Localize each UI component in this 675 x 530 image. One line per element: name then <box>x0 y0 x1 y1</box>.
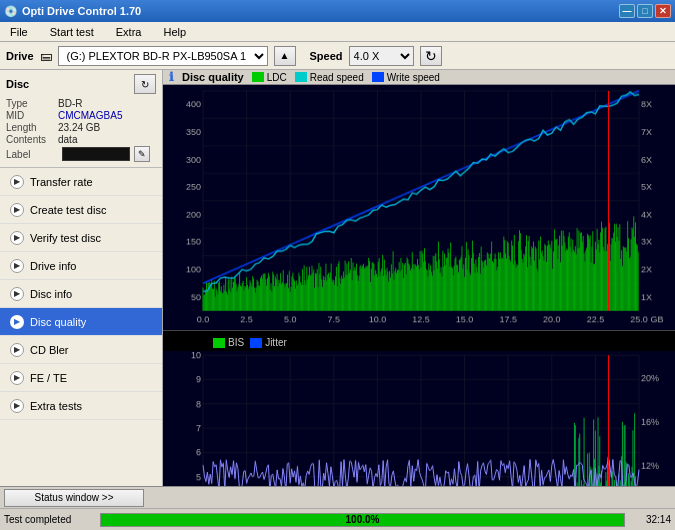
drive-icon: 🖴 <box>40 49 52 63</box>
sidebar-label-extra-tests: Extra tests <box>30 400 82 412</box>
disc-type-value: BD-R <box>58 98 82 109</box>
chart-area: ℹ Disc quality LDC Read speed Write spee… <box>163 70 675 486</box>
drive-eject-button[interactable]: ▲ <box>274 46 296 66</box>
titlebar-controls[interactable]: — □ ✕ <box>619 4 671 18</box>
disc-mid-row: MID CMCMAGBA5 <box>6 110 156 121</box>
sidebar: Disc ↻ Type BD-R MID CMCMAGBA5 Length 23… <box>0 70 163 486</box>
progress-text: 100.0% <box>101 514 624 526</box>
legend-write-speed: Write speed <box>372 72 440 83</box>
disc-contents-value: data <box>58 134 77 145</box>
sidebar-item-drive-info[interactable]: ▶ Drive info <box>0 252 162 280</box>
sidebar-label-create-test-disc: Create test disc <box>30 204 106 216</box>
sidebar-item-cd-bler[interactable]: ▶ CD Bler <box>0 336 162 364</box>
sidebar-item-verify-test-disc[interactable]: ▶ Verify test disc <box>0 224 162 252</box>
disc-type-label: Type <box>6 98 58 109</box>
disc-length-value: 23.24 GB <box>58 122 100 133</box>
chart-icon: ℹ <box>169 70 174 84</box>
legend-read-speed-color <box>295 72 307 82</box>
chart-header: ℹ Disc quality LDC Read speed Write spee… <box>163 70 675 85</box>
legend-read-speed-label: Read speed <box>310 72 364 83</box>
legend-jitter-label: Jitter <box>265 337 287 348</box>
sidebar-item-disc-quality[interactable]: ▶ Disc quality <box>0 308 162 336</box>
cd-bler-icon: ▶ <box>10 343 24 357</box>
disc-contents-label: Contents <box>6 134 58 145</box>
menu-start-test[interactable]: Start test <box>44 24 100 40</box>
disc-label-row: Label ✎ <box>6 146 156 162</box>
drive-info-icon: ▶ <box>10 259 24 273</box>
sidebar-label-drive-info: Drive info <box>30 260 76 272</box>
create-test-disc-icon: ▶ <box>10 203 24 217</box>
disc-panel: Disc ↻ Type BD-R MID CMCMAGBA5 Length 23… <box>0 70 162 168</box>
sidebar-label-cd-bler: CD Bler <box>30 344 69 356</box>
progressbar-area: Test completed 100.0% 32:14 <box>0 508 675 530</box>
sidebar-nav: ▶ Transfer rate ▶ Create test disc ▶ Ver… <box>0 168 162 486</box>
sidebar-item-create-test-disc[interactable]: ▶ Create test disc <box>0 196 162 224</box>
disc-label-edit-button[interactable]: ✎ <box>134 146 150 162</box>
drive-label: Drive <box>6 50 34 62</box>
legend-write-speed-color <box>372 72 384 82</box>
disc-label-label: Label <box>6 149 58 160</box>
legend-read-speed: Read speed <box>295 72 364 83</box>
app-title: Opti Drive Control 1.70 <box>22 5 141 17</box>
verify-test-disc-icon: ▶ <box>10 231 24 245</box>
chart-bottom-canvas <box>163 351 675 487</box>
chart-title: Disc quality <box>182 71 244 83</box>
speed-select[interactable]: 4.0 X <box>349 46 414 66</box>
refresh-button[interactable]: ↻ <box>420 46 442 66</box>
charts-container: BIS Jitter <box>163 85 675 486</box>
transfer-rate-icon: ▶ <box>10 175 24 189</box>
disc-quality-icon: ▶ <box>10 315 24 329</box>
disc-contents-row: Contents data <box>6 134 156 145</box>
speed-label: Speed <box>310 50 343 62</box>
titlebar-left: 💿 Opti Drive Control 1.70 <box>4 5 141 18</box>
disc-length-label: Length <box>6 122 58 133</box>
app-icon: 💿 <box>4 5 18 18</box>
menu-file[interactable]: File <box>4 24 34 40</box>
legend-write-speed-label: Write speed <box>387 72 440 83</box>
sidebar-item-disc-info[interactable]: ▶ Disc info <box>0 280 162 308</box>
disc-refresh-button[interactable]: ↻ <box>134 74 156 94</box>
disc-info-icon: ▶ <box>10 287 24 301</box>
extra-tests-icon: ▶ <box>10 399 24 413</box>
sidebar-label-disc-quality: Disc quality <box>30 316 86 328</box>
titlebar: 💿 Opti Drive Control 1.70 — □ ✕ <box>0 0 675 22</box>
status-window-button[interactable]: Status window >> <box>4 489 144 507</box>
disc-panel-title: Disc <box>6 78 29 90</box>
legend-bis-label: BIS <box>228 337 244 348</box>
main-content: Disc ↻ Type BD-R MID CMCMAGBA5 Length 23… <box>0 70 675 486</box>
drivebar: Drive 🖴 (G:) PLEXTOR BD-R PX-LB950SA 1.0… <box>0 42 675 70</box>
statusbar: Status window >> <box>0 486 675 508</box>
sidebar-label-fe-te: FE / TE <box>30 372 67 384</box>
disc-panel-header: Disc ↻ <box>6 74 156 94</box>
chart-top-canvas <box>163 85 675 331</box>
legend-ldc-color <box>252 72 264 82</box>
sidebar-item-transfer-rate[interactable]: ▶ Transfer rate <box>0 168 162 196</box>
disc-length-row: Length 23.24 GB <box>6 122 156 133</box>
test-completed-label: Test completed <box>4 514 94 525</box>
menu-extra[interactable]: Extra <box>110 24 148 40</box>
legend-ldc-label: LDC <box>267 72 287 83</box>
maximize-button[interactable]: □ <box>637 4 653 18</box>
sidebar-item-extra-tests[interactable]: ▶ Extra tests <box>0 392 162 420</box>
disc-type-row: Type BD-R <box>6 98 156 109</box>
sidebar-item-fe-te[interactable]: ▶ FE / TE <box>0 364 162 392</box>
sidebar-label-disc-info: Disc info <box>30 288 72 300</box>
disc-mid-value: CMCMAGBA5 <box>58 110 122 121</box>
drive-select[interactable]: (G:) PLEXTOR BD-R PX-LB950SA 1.04 <box>58 46 268 66</box>
disc-label-rect <box>62 147 130 161</box>
sidebar-label-verify-test-disc: Verify test disc <box>30 232 101 244</box>
menu-help[interactable]: Help <box>157 24 192 40</box>
progress-track: 100.0% <box>100 513 625 527</box>
time-label: 32:14 <box>631 514 671 525</box>
sidebar-label-transfer-rate: Transfer rate <box>30 176 93 188</box>
minimize-button[interactable]: — <box>619 4 635 18</box>
disc-mid-label: MID <box>6 110 58 121</box>
close-button[interactable]: ✕ <box>655 4 671 18</box>
fe-te-icon: ▶ <box>10 371 24 385</box>
legend-ldc: LDC <box>252 72 287 83</box>
menubar: File Start test Extra Help <box>0 22 675 42</box>
